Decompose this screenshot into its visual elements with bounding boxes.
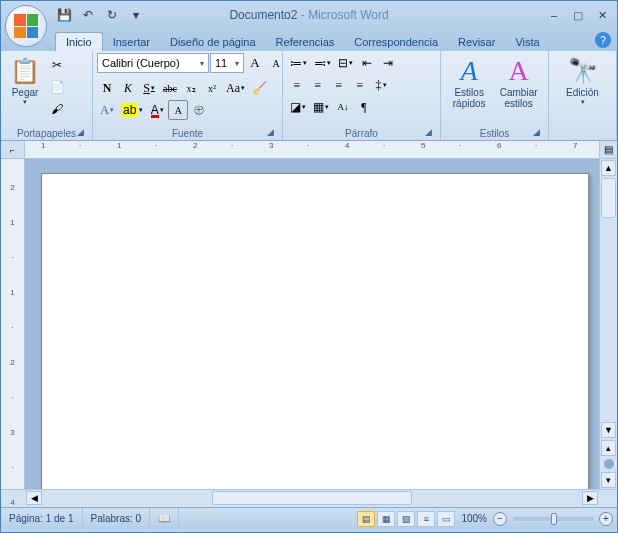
styles-dialog-launcher[interactable]: ◢ bbox=[530, 127, 542, 139]
subscript-button[interactable]: x₂ bbox=[181, 78, 201, 98]
group-styles: A Estilos rápidos A Cambiar estilos Esti… bbox=[441, 51, 549, 140]
tab-revisar[interactable]: Revisar bbox=[448, 33, 505, 51]
zoom-in-button[interactable]: + bbox=[599, 512, 613, 526]
copy-button[interactable]: 📄 bbox=[47, 77, 67, 97]
format-painter-button[interactable]: 🖌 bbox=[47, 99, 67, 119]
font-dialog-launcher[interactable]: ◢ bbox=[264, 127, 276, 139]
hscroll-thumb[interactable] bbox=[212, 491, 412, 505]
clipboard-dialog-launcher[interactable]: ◢ bbox=[74, 127, 86, 139]
italic-button[interactable]: K bbox=[118, 78, 138, 98]
vscroll-thumb[interactable] bbox=[601, 178, 616, 218]
ribbon-tabs: Inicio Insertar Diseño de página Referen… bbox=[1, 29, 617, 51]
change-styles-label: Cambiar estilos bbox=[497, 87, 540, 109]
document-page[interactable] bbox=[41, 173, 589, 489]
zoom-slider[interactable] bbox=[513, 517, 593, 521]
minimize-button[interactable]: – bbox=[543, 6, 565, 24]
view-web-layout-button[interactable]: ▧ bbox=[397, 511, 415, 527]
bullets-button[interactable]: ≔ bbox=[287, 53, 310, 73]
sort-button[interactable]: A↓ bbox=[333, 97, 353, 117]
group-clipboard: 📋 Pegar ▾ ✂ 📄 🖌 Portapapeles◢ bbox=[1, 51, 93, 140]
font-size-combo[interactable]: 11▾ bbox=[210, 53, 244, 73]
close-button[interactable]: ✕ bbox=[591, 6, 613, 24]
zoom-level[interactable]: 100% bbox=[461, 513, 487, 524]
tab-selector[interactable]: ⌐ bbox=[1, 141, 25, 158]
grow-font-button[interactable]: A bbox=[245, 53, 265, 73]
tab-insertar[interactable]: Insertar bbox=[103, 33, 160, 51]
vscroll-track[interactable] bbox=[600, 219, 617, 421]
group-label-font: Fuente◢ bbox=[97, 127, 278, 140]
view-print-layout-button[interactable]: ▤ bbox=[357, 511, 375, 527]
redo-button[interactable]: ↻ bbox=[103, 6, 121, 24]
maximize-button[interactable]: ▢ bbox=[567, 6, 589, 24]
hscroll-track-right[interactable] bbox=[413, 490, 581, 507]
change-styles-button[interactable]: A Cambiar estilos bbox=[493, 53, 544, 111]
bold-button[interactable]: N bbox=[97, 78, 117, 98]
view-outline-button[interactable]: ≡ bbox=[417, 511, 435, 527]
font-name-combo[interactable]: Calibri (Cuerpo)▾ bbox=[97, 53, 209, 73]
align-center-button[interactable]: ≡ bbox=[308, 75, 328, 95]
ruler-toggle-button[interactable]: ▤ bbox=[599, 141, 617, 158]
numbering-button[interactable]: ≕ bbox=[311, 53, 334, 73]
help-button[interactable]: ? bbox=[595, 32, 611, 48]
ruler-h-track[interactable]: 1·1·2·3·4·5·6·7·8·9·10·11·12·13·14· bbox=[25, 141, 599, 158]
highlight-button[interactable]: ab bbox=[118, 100, 146, 120]
quick-styles-button[interactable]: A Estilos rápidos bbox=[445, 53, 493, 111]
hscroll-track-left[interactable] bbox=[43, 490, 211, 507]
tab-inicio[interactable]: Inicio bbox=[55, 32, 103, 51]
superscript-button[interactable]: x² bbox=[202, 78, 222, 98]
scroll-up-button[interactable]: ▲ bbox=[601, 160, 616, 176]
borders-button[interactable]: ▦ bbox=[310, 97, 332, 117]
font-color-button[interactable]: A bbox=[147, 100, 167, 120]
status-proofing[interactable]: 📖 bbox=[150, 508, 179, 529]
next-page-button[interactable]: ▾ bbox=[601, 472, 616, 488]
align-right-button[interactable]: ≡ bbox=[329, 75, 349, 95]
scroll-down-button[interactable]: ▼ bbox=[601, 422, 616, 438]
zoom-slider-thumb[interactable] bbox=[551, 513, 557, 525]
tab-referencias[interactable]: Referencias bbox=[266, 33, 345, 51]
find-button[interactable]: 🔭 Edición ▾ bbox=[562, 53, 603, 108]
group-label-editing bbox=[553, 127, 612, 140]
window-title: Documento2 - Microsoft Word bbox=[229, 8, 388, 22]
scroll-left-button[interactable]: ◀ bbox=[26, 491, 42, 505]
view-full-screen-button[interactable]: ▦ bbox=[377, 511, 395, 527]
quick-styles-label: Estilos rápidos bbox=[449, 87, 489, 109]
justify-button[interactable]: ≡ bbox=[350, 75, 370, 95]
qat-customize-button[interactable]: ▾ bbox=[127, 6, 145, 24]
change-case-button[interactable]: Aa bbox=[223, 78, 248, 98]
multilevel-list-button[interactable]: ⊟ bbox=[335, 53, 356, 73]
ruler-vertical[interactable]: 21·1·2·3·4·5 bbox=[1, 159, 25, 489]
binoculars-icon: 🔭 bbox=[567, 55, 599, 87]
view-draft-button[interactable]: ▭ bbox=[437, 511, 455, 527]
paste-button[interactable]: 📋 Pegar ▾ bbox=[5, 53, 45, 108]
tab-diseno[interactable]: Diseño de página bbox=[160, 33, 266, 51]
undo-button[interactable]: ↶ bbox=[79, 6, 97, 24]
enclose-char-button[interactable]: ㊉ bbox=[189, 100, 209, 120]
show-marks-button[interactable]: ¶ bbox=[354, 97, 374, 117]
status-words[interactable]: Palabras: 0 bbox=[83, 508, 151, 529]
titlebar: 💾 ↶ ↻ ▾ Documento2 - Microsoft Word – ▢ … bbox=[1, 1, 617, 29]
tab-vista[interactable]: Vista bbox=[505, 33, 549, 51]
shading-button[interactable]: ◪ bbox=[287, 97, 309, 117]
office-button[interactable] bbox=[5, 5, 47, 47]
clear-formatting-button[interactable]: 🧹 bbox=[249, 78, 270, 98]
zoom-out-button[interactable]: − bbox=[493, 512, 507, 526]
status-page[interactable]: Página: 1 de 1 bbox=[1, 508, 83, 529]
editing-label: Edición bbox=[566, 87, 599, 98]
prev-page-button[interactable]: ▴ bbox=[601, 440, 616, 456]
underline-button[interactable]: S bbox=[139, 78, 159, 98]
save-button[interactable]: 💾 bbox=[55, 6, 73, 24]
cut-button[interactable]: ✂ bbox=[47, 55, 67, 75]
group-paragraph: ≔ ≕ ⊟ ⇤ ⇥ ≡ ≡ ≡ ≡ ‡ ◪ ▦ A↓ ¶ Párrafo◢ bbox=[283, 51, 441, 140]
browse-object-button[interactable] bbox=[604, 459, 614, 469]
increase-indent-button[interactable]: ⇥ bbox=[378, 53, 398, 73]
text-effects-button[interactable]: A bbox=[97, 100, 117, 120]
strikethrough-button[interactable]: abc bbox=[160, 78, 180, 98]
line-spacing-button[interactable]: ‡ bbox=[371, 75, 391, 95]
char-border-button[interactable]: A bbox=[168, 100, 188, 120]
align-left-button[interactable]: ≡ bbox=[287, 75, 307, 95]
paragraph-dialog-launcher[interactable]: ◢ bbox=[422, 127, 434, 139]
scroll-right-button[interactable]: ▶ bbox=[582, 491, 598, 505]
horizontal-scrollbar: ◀ ▶ bbox=[1, 489, 617, 507]
tab-correspondencia[interactable]: Correspondencia bbox=[344, 33, 448, 51]
decrease-indent-button[interactable]: ⇤ bbox=[357, 53, 377, 73]
